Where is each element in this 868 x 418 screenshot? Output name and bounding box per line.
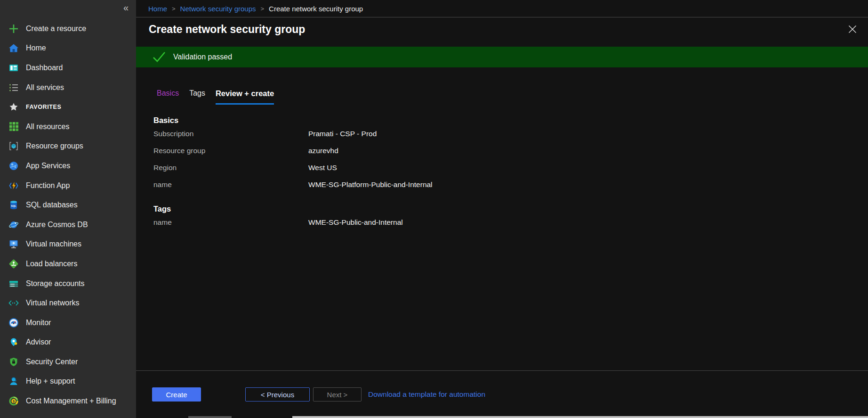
- sidebar-item-label: Resource groups: [26, 142, 83, 150]
- help-support-icon: [8, 375, 20, 387]
- tab-basics[interactable]: Basics: [157, 89, 179, 105]
- review-row-value: azurevhd: [308, 147, 338, 155]
- review-row: Resource groupazurevhd: [153, 142, 868, 159]
- review-row: nameWME-SG-Platform-Public-and-Internal: [153, 176, 868, 193]
- sidebar-item-function-app[interactable]: Function App: [0, 176, 136, 196]
- grid-icon: [8, 121, 20, 133]
- sidebar-item-label: Security Center: [26, 358, 78, 366]
- sidebar-item-label: Create a resource: [26, 25, 86, 33]
- scrollbar-track-segment: [188, 416, 232, 418]
- sidebar-item-load-balancers[interactable]: Load balancers: [0, 254, 136, 274]
- sidebar-item-label: Load balancers: [26, 260, 77, 268]
- svg-text:SQL: SQL: [11, 205, 16, 207]
- tab-review-create[interactable]: Review + create: [216, 89, 274, 105]
- sidebar-item-label: Virtual networks: [26, 299, 80, 307]
- create-button[interactable]: Create: [152, 387, 201, 402]
- sidebar-item-app-services[interactable]: App Services: [0, 156, 136, 176]
- sidebar-item-storage-accounts[interactable]: Storage accounts: [0, 274, 136, 294]
- sidebar-item-create-a-resource[interactable]: Create a resource: [0, 19, 136, 39]
- page-title: Create network security group: [149, 23, 846, 36]
- sidebar-item-all-resources[interactable]: All resources: [0, 117, 136, 137]
- sidebar-item-label: All resources: [26, 123, 69, 131]
- breadcrumb: Home>Network security groups>Create netw…: [136, 0, 868, 17]
- breadcrumb-item: Create network security group: [269, 5, 363, 13]
- sidebar-item-label: Help + support: [26, 377, 75, 385]
- tab-tags[interactable]: Tags: [189, 89, 205, 105]
- previous-button[interactable]: < Previous: [245, 387, 310, 402]
- sidebar-item-label: Virtual machines: [26, 240, 81, 248]
- resource-groups-icon: [8, 140, 20, 152]
- sidebar-item-label: Advisor: [26, 338, 51, 346]
- page-header: Create network security group: [136, 17, 868, 41]
- sidebar-item-dashboard[interactable]: Dashboard: [0, 58, 136, 78]
- sidebar-item-label: All services: [26, 83, 64, 92]
- review-row: RegionWest US: [153, 159, 868, 176]
- review-sections: BasicsSubscriptionPramati - CSP - ProdRe…: [153, 116, 868, 231]
- virtual-machine-icon: [8, 238, 20, 250]
- sidebar: « Create a resourceHomeDashboardAll serv…: [0, 0, 136, 418]
- sidebar-item-label: Monitor: [26, 319, 51, 327]
- collapse-sidebar-icon[interactable]: «: [123, 3, 129, 12]
- sidebar-item-security-center[interactable]: Security Center: [0, 352, 136, 372]
- sidebar-item-label: Cost Management + Billing: [26, 397, 116, 405]
- sidebar-item-label: SQL databases: [26, 201, 78, 209]
- review-row-label: name: [153, 180, 308, 189]
- monitor-icon: [8, 317, 20, 329]
- app-services-icon: [8, 160, 20, 172]
- footer-bar: Create < Previous Next > Download a temp…: [136, 370, 868, 418]
- sidebar-item-monitor[interactable]: Monitor: [0, 313, 136, 333]
- section-heading: Basics: [153, 116, 868, 125]
- horizontal-scrollbar-thumb[interactable]: [292, 416, 868, 418]
- virtual-network-icon: [8, 297, 20, 309]
- sidebar-item-sql-databases[interactable]: SQLSQL databases: [0, 195, 136, 215]
- review-row: SubscriptionPramati - CSP - Prod: [153, 125, 868, 142]
- sidebar-section-favorites: FAVORITES: [0, 97, 136, 117]
- load-balancer-icon: [8, 258, 20, 270]
- home-icon: [8, 42, 20, 54]
- next-button[interactable]: Next >: [313, 387, 362, 402]
- review-row-label: Region: [153, 164, 308, 172]
- star-icon: [8, 101, 20, 113]
- review-row-value: WME-SG-Platform-Public-and-Internal: [308, 180, 433, 189]
- download-template-link[interactable]: Download a template for automation: [368, 387, 485, 402]
- section-heading: Tags: [153, 205, 868, 214]
- sidebar-item-virtual-machines[interactable]: Virtual machines: [0, 235, 136, 254]
- storage-icon: [8, 278, 20, 290]
- sidebar-item-all-services[interactable]: All services: [0, 78, 136, 98]
- sidebar-item-label: Function App: [26, 181, 70, 190]
- review-row-value: West US: [308, 164, 337, 172]
- sidebar-item-virtual-networks[interactable]: Virtual networks: [0, 293, 136, 313]
- cost-billing-icon: $: [8, 395, 20, 407]
- breadcrumb-item[interactable]: Home: [148, 5, 167, 13]
- list-icon: [8, 82, 20, 94]
- breadcrumb-separator-icon: >: [172, 5, 176, 12]
- review-row-value: Pramati - CSP - Prod: [308, 130, 377, 138]
- close-icon[interactable]: [846, 23, 859, 35]
- sidebar-item-azure-cosmos-db[interactable]: Azure Cosmos DB: [0, 215, 136, 235]
- breadcrumb-item[interactable]: Network security groups: [180, 5, 256, 13]
- main-panel: Home>Network security groups>Create netw…: [136, 0, 868, 418]
- plus-icon: [8, 23, 20, 35]
- sidebar-item-advisor[interactable]: Advisor: [0, 333, 136, 352]
- review-row: nameWME-SG-Public-and-Internal: [153, 214, 868, 231]
- advisor-icon: [8, 336, 20, 348]
- sidebar-item-home[interactable]: Home: [0, 39, 136, 58]
- sidebar-item-label: App Services: [26, 162, 70, 170]
- checkmark-icon: [152, 51, 166, 63]
- function-app-icon: [8, 180, 20, 192]
- sidebar-item-help-support[interactable]: Help + support: [0, 372, 136, 392]
- sidebar-item-cost-management-billing[interactable]: $Cost Management + Billing: [0, 391, 136, 411]
- sidebar-item-label: Storage accounts: [26, 279, 85, 288]
- sql-database-icon: SQL: [8, 199, 20, 211]
- sidebar-nav: Create a resourceHomeDashboardAll servic…: [0, 0, 136, 411]
- sidebar-section-label: FAVORITES: [26, 104, 61, 110]
- sidebar-item-resource-groups[interactable]: Resource groups: [0, 137, 136, 156]
- review-row-label: Subscription: [153, 130, 308, 138]
- breadcrumb-separator-icon: >: [261, 5, 265, 12]
- tab-bar: BasicsTagsReview + create: [157, 89, 868, 105]
- review-row-value: WME-SG-Public-and-Internal: [308, 218, 403, 227]
- sidebar-item-label: Azure Cosmos DB: [26, 221, 88, 229]
- dashboard-icon: [8, 62, 20, 74]
- security-shield-icon: [8, 356, 20, 368]
- review-row-label: Resource group: [153, 147, 308, 155]
